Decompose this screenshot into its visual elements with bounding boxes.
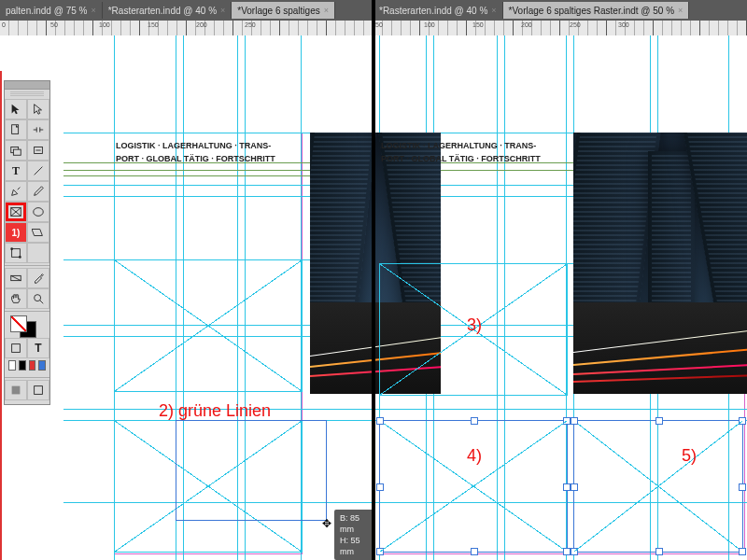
- free-transform-tool[interactable]: [5, 243, 27, 263]
- tab-doc-1[interactable]: palten.indd @ 75 %×: [0, 2, 103, 19]
- svg-point-14: [35, 295, 41, 301]
- color-swatches: [5, 358, 49, 375]
- frame-5[interactable]: [573, 420, 743, 553]
- tab-doc-r2[interactable]: *Vorlage 6 spaltiges Raster.indt @ 50 %×: [503, 2, 690, 19]
- annotation-1: 1): [5, 222, 27, 243]
- annotation-2: 2) grüne Linien: [159, 401, 271, 421]
- svg-rect-17: [12, 386, 21, 395]
- svg-rect-9: [12, 249, 21, 258]
- formatting-container-icon[interactable]: [5, 338, 27, 358]
- tools-panel: T 1) T: [4, 80, 50, 405]
- fill-stroke-swatch[interactable]: [5, 314, 49, 338]
- panel-drag-grip[interactable]: [10, 91, 44, 97]
- svg-rect-18: [35, 386, 43, 395]
- ruler-horizontal-left[interactable]: 050100150200250: [0, 21, 374, 36]
- tab-doc-2[interactable]: *Rasterarten.indd @ 40 %×: [103, 2, 233, 19]
- dimensions-tooltip: B: 85 mmH: 55 mm: [334, 510, 374, 560]
- zoom-tool[interactable]: [27, 288, 49, 309]
- doc-tabs-left: palten.indd @ 75 %× *Rasterarten.indd @ …: [0, 0, 374, 21]
- placed-image-right[interactable]: [573, 133, 747, 394]
- svg-rect-2: [13, 149, 21, 155]
- svg-rect-12: [34, 251, 44, 255]
- swatch-red[interactable]: [29, 360, 36, 371]
- pen-tool[interactable]: [5, 181, 27, 202]
- close-icon[interactable]: ×: [678, 6, 683, 15]
- content-placer-tool[interactable]: [27, 140, 49, 161]
- svg-rect-0: [12, 125, 19, 134]
- svg-line-15: [40, 301, 44, 304]
- page-right: LOGISTIK · LAGERHALTUNG · TRANS- PORT · …: [374, 35, 747, 560]
- eyedropper-tool[interactable]: [27, 268, 49, 288]
- frame-4[interactable]: [379, 420, 568, 553]
- bodytext-line1-r: LOGISTIK · LAGERHALTUNG · TRANS-: [381, 140, 536, 152]
- gap-tool[interactable]: [27, 119, 49, 140]
- annotation-4: 4): [467, 446, 482, 466]
- viewport-divider[interactable]: [372, 0, 375, 560]
- gradient-swatch-tool[interactable]: [5, 268, 27, 288]
- tab-doc-3[interactable]: *Vorlage 6 spaltiges×: [232, 2, 335, 19]
- pencil-tool[interactable]: [27, 181, 49, 202]
- doc-tabs-right: *Rasterarten.indd @ 40 %× *Vorlage 6 spa…: [374, 0, 747, 21]
- page-left: LOGISTIK · LAGERHALTUNG · TRANS- PORT · …: [63, 35, 374, 560]
- svg-point-11: [19, 256, 21, 259]
- content-collector-tool[interactable]: [5, 140, 27, 161]
- ellipse-tool[interactable]: [27, 202, 49, 222]
- view-mode-preview[interactable]: [27, 380, 49, 400]
- hand-tool[interactable]: [5, 288, 27, 309]
- svg-line-4: [35, 167, 43, 175]
- ruler-horizontal-right[interactable]: 50100150200250300: [374, 21, 747, 36]
- swatch-black[interactable]: [19, 360, 26, 371]
- bodytext-line2-r: PORT · GLOBAL TÄTIG · FORTSCHRITT: [381, 153, 541, 165]
- drawing-frame[interactable]: [176, 420, 327, 521]
- view-mode-normal[interactable]: [5, 380, 27, 400]
- page-tool[interactable]: [5, 119, 27, 140]
- rectangle-frame-tool[interactable]: [5, 202, 27, 222]
- svg-point-8: [34, 208, 44, 217]
- type-tool[interactable]: T: [5, 161, 27, 181]
- annotation-3: 3): [467, 315, 482, 335]
- close-icon[interactable]: ×: [220, 6, 225, 15]
- fill-swatch[interactable]: [10, 315, 27, 332]
- close-icon[interactable]: ×: [91, 6, 95, 15]
- line-tool[interactable]: [27, 161, 49, 181]
- selection-tool[interactable]: [5, 99, 27, 119]
- svg-rect-16: [12, 344, 21, 353]
- bodytext-line1: LOGISTIK · LAGERHALTUNG · TRANS-: [116, 140, 271, 152]
- canvas-left[interactable]: LOGISTIK · LAGERHALTUNG · TRANS- PORT · …: [0, 35, 374, 560]
- swatch-white[interactable]: [8, 360, 16, 371]
- direct-selection-tool[interactable]: [27, 99, 49, 119]
- shear-tool[interactable]: [27, 222, 49, 243]
- cursor-crosshair-icon: ✥: [322, 517, 331, 530]
- swatch-blue[interactable]: [38, 360, 46, 371]
- tab-doc-r1[interactable]: *Rasterarten.indd @ 40 %×: [374, 2, 503, 19]
- panel-collapse-grip[interactable]: [5, 81, 49, 90]
- svg-point-10: [10, 247, 13, 250]
- canvas-right[interactable]: LOGISTIK · LAGERHALTUNG · TRANS- PORT · …: [374, 35, 747, 560]
- empty-frame-1[interactable]: [114, 259, 303, 392]
- formatting-text-icon[interactable]: T: [27, 338, 49, 358]
- close-icon[interactable]: ×: [324, 6, 329, 15]
- annotation-5: 5): [682, 446, 697, 466]
- gradient-feather-tool[interactable]: [27, 243, 49, 263]
- bodytext-line2: PORT · GLOBAL TÄTIG · FORTSCHRITT: [116, 153, 275, 165]
- bleed-edge: [0, 71, 2, 560]
- close-icon[interactable]: ×: [491, 6, 496, 15]
